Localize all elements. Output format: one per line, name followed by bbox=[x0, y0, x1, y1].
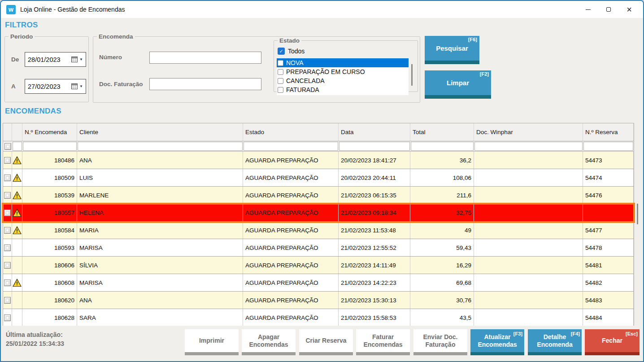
cell-total: 16,29 bbox=[410, 257, 474, 274]
cell-estado: AGUARDA PREPARAÇÃO bbox=[243, 169, 339, 186]
orders-table: N.º Encomenda Cliente Estado Data Total … bbox=[3, 123, 634, 327]
enviar-doc-faturacao-button[interactable]: Enviar Doc. Faturação bbox=[413, 329, 467, 355]
enviar-doc-faturacao-button-label: Enviar Doc. Faturação bbox=[415, 333, 466, 349]
table-row[interactable]: !180539MARLENEAGUARDA PREPARAÇÃO21/02/20… bbox=[3, 187, 634, 204]
column-header-doc-winphar[interactable]: Doc. Winphar bbox=[474, 123, 583, 141]
faturar-encomendas-button[interactable]: Faturar Encomendas bbox=[356, 329, 410, 355]
limpar-shortcut: [F2] bbox=[480, 71, 489, 77]
criar-reserva-button[interactable]: Criar Reserva bbox=[299, 329, 353, 355]
last-update-label: Última atualização: bbox=[6, 330, 64, 339]
filter-cell[interactable] bbox=[583, 141, 634, 151]
filter-cell[interactable] bbox=[243, 141, 339, 151]
cell-reserva: 54484 bbox=[583, 309, 634, 326]
pesquisar-button[interactable]: [F6] Pesquisar bbox=[425, 36, 479, 64]
column-header-numero[interactable]: N.º Encomenda bbox=[22, 123, 77, 141]
cell-estado: AGUARDA PREPARAÇÃO bbox=[243, 309, 339, 326]
estado-option[interactable]: CANCELADA bbox=[277, 76, 409, 85]
date-to-input[interactable]: 27/02/2023 ▼ bbox=[25, 79, 86, 94]
row-checkbox[interactable] bbox=[3, 239, 12, 256]
cell-reserva: 54474 bbox=[583, 169, 634, 186]
column-header-estado[interactable]: Estado bbox=[243, 123, 339, 141]
row-checkbox[interactable] bbox=[3, 204, 12, 221]
maximize-button[interactable] bbox=[598, 1, 619, 18]
minimize-button[interactable] bbox=[578, 1, 598, 18]
cell-doc-winphar bbox=[474, 169, 583, 186]
doc-faturacao-input[interactable] bbox=[149, 78, 261, 90]
calendar-icon[interactable] bbox=[71, 57, 78, 62]
column-header-total[interactable]: Total bbox=[410, 123, 474, 141]
filter-cell[interactable] bbox=[77, 141, 243, 151]
table-row[interactable]: !180608MARISAAGUARDA PREPARAÇÃO21/02/202… bbox=[3, 274, 634, 292]
estado-listbox[interactable]: NOVAPREPARAÇÃO EM CURSOCANCELADAFATURADA bbox=[277, 58, 409, 95]
imprimir-button[interactable]: Imprimir bbox=[185, 329, 239, 355]
limpar-label: Limpar bbox=[447, 79, 469, 87]
table-scrollbar[interactable] bbox=[637, 204, 638, 224]
limpar-button[interactable]: [F2] Limpar bbox=[425, 70, 491, 99]
date-from-input[interactable]: 28/01/2023 ▼ bbox=[25, 52, 86, 67]
cell-data: 21/02/2023 14:22:23 bbox=[339, 274, 410, 291]
filter-cell[interactable] bbox=[22, 141, 77, 151]
row-checkbox[interactable] bbox=[3, 187, 12, 204]
app-window: w Loja Online - Gestão de Encomendas × F… bbox=[0, 0, 644, 362]
warning-cell bbox=[12, 309, 22, 326]
imprimir-button-label: Imprimir bbox=[199, 337, 224, 345]
detalhe-encomenda-button[interactable]: [F4]Detalhe Encomenda bbox=[528, 329, 582, 355]
table-row[interactable]: 180593MARISAAGUARDA PREPARAÇÃO21/02/2023… bbox=[3, 239, 634, 257]
chevron-down-icon[interactable]: ▼ bbox=[79, 84, 83, 88]
table-row[interactable]: 180628SARAAGUARDA PREPARAÇÃO21/02/2023 1… bbox=[3, 309, 634, 327]
select-all-checkbox[interactable] bbox=[3, 141, 12, 151]
numero-input[interactable] bbox=[149, 52, 261, 64]
fechar-button-shortcut: [Esc] bbox=[626, 330, 638, 338]
row-checkbox[interactable] bbox=[3, 257, 12, 274]
close-icon: × bbox=[627, 4, 632, 15]
estado-option-checkbox[interactable] bbox=[278, 69, 283, 75]
row-checkbox[interactable] bbox=[3, 169, 12, 186]
table-row[interactable]: !180557HELENAAGUARDA PREPARAÇÃO21/02/202… bbox=[3, 204, 634, 222]
estado-option[interactable]: NOVA bbox=[277, 58, 409, 67]
estado-option-checkbox[interactable] bbox=[278, 78, 283, 84]
estado-option-checkbox[interactable] bbox=[278, 87, 283, 93]
table-row[interactable]: 180606SÍLVIAAGUARDA PREPARAÇÃO21/02/2023… bbox=[3, 257, 634, 274]
cell-cliente: MARISA bbox=[77, 274, 243, 291]
filter-cell[interactable] bbox=[12, 141, 22, 151]
estado-option[interactable]: FATURADA bbox=[277, 85, 409, 94]
cell-cliente: SÍLVIA bbox=[77, 257, 243, 274]
cell-total: 108,06 bbox=[410, 169, 474, 186]
cell-cliente: ANA bbox=[77, 292, 243, 309]
estado-scrollbar[interactable] bbox=[411, 64, 413, 86]
table-row[interactable]: !180584MARIAAGUARDA PREPARAÇÃO21/02/2023… bbox=[3, 222, 634, 239]
todos-checkbox[interactable]: ✓ bbox=[278, 48, 285, 55]
row-checkbox[interactable] bbox=[3, 222, 12, 239]
table-row[interactable]: !180486ANAAGUARDA PREPARAÇÃO20/02/2023 1… bbox=[3, 152, 634, 169]
cell-total: 43,5 bbox=[410, 309, 474, 326]
estado-option-checkbox[interactable] bbox=[278, 60, 283, 66]
warning-cell bbox=[12, 257, 22, 274]
column-header-data[interactable]: Data bbox=[339, 123, 410, 141]
table-row[interactable]: !180509LUISAGUARDA PREPARAÇÃO20/02/2023 … bbox=[3, 169, 634, 187]
column-header-reserva[interactable]: N.º Reserva bbox=[583, 123, 634, 141]
cell-total: 49 bbox=[410, 222, 474, 239]
filter-cell[interactable] bbox=[474, 141, 583, 151]
apagar-encomendas-button[interactable]: Apagar Encomendas bbox=[242, 329, 296, 355]
cell-numero: 180628 bbox=[22, 309, 77, 326]
filter-cell[interactable] bbox=[410, 141, 474, 151]
atualizar-encomendas-button[interactable]: [F3]Atualizar Encomendas bbox=[470, 329, 524, 355]
row-checkbox[interactable] bbox=[3, 274, 12, 291]
filter-cell[interactable] bbox=[339, 141, 410, 151]
cell-doc-winphar bbox=[474, 274, 583, 291]
calendar-icon[interactable] bbox=[71, 83, 78, 89]
cell-numero: 180608 bbox=[22, 274, 77, 291]
chevron-down-icon[interactable]: ▼ bbox=[79, 57, 83, 61]
row-checkbox[interactable] bbox=[3, 292, 12, 309]
table-body: !180486ANAAGUARDA PREPARAÇÃO20/02/2023 1… bbox=[3, 152, 634, 327]
row-checkbox[interactable] bbox=[3, 309, 12, 326]
table-row[interactable]: 180620ANAAGUARDA PREPARAÇÃO21/02/2023 15… bbox=[3, 292, 634, 309]
estado-option[interactable]: PREPARAÇÃO EM CURSO bbox=[277, 67, 409, 76]
cell-reserva: 54476 bbox=[583, 187, 634, 204]
criar-reserva-button-label: Criar Reserva bbox=[305, 337, 346, 345]
row-checkbox[interactable] bbox=[3, 152, 12, 169]
fechar-button[interactable]: [Esc]Fechar bbox=[585, 329, 640, 355]
column-header-cliente[interactable]: Cliente bbox=[77, 123, 243, 141]
close-button[interactable]: × bbox=[619, 1, 640, 18]
cell-data: 20/02/2023 20:44:11 bbox=[339, 169, 410, 186]
